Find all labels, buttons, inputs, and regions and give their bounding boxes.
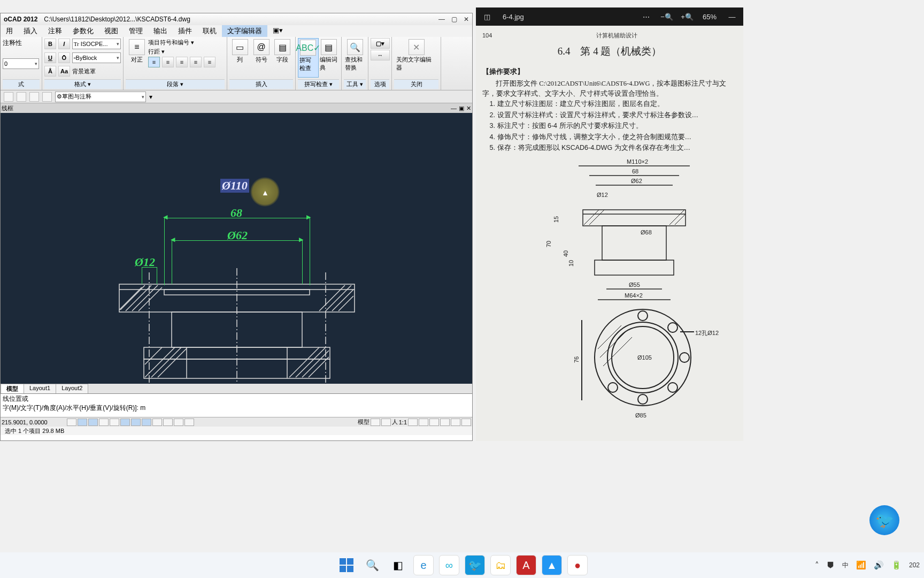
- save-icon[interactable]: [4, 92, 13, 102]
- menu-item[interactable]: 联机: [197, 25, 222, 37]
- menu-item[interactable]: 插件: [173, 25, 197, 37]
- otrack-toggle[interactable]: [120, 419, 130, 426]
- wifi-icon[interactable]: 📶: [856, 560, 866, 570]
- columns-button[interactable]: ▭列: [229, 38, 251, 78]
- status-icon[interactable]: [371, 419, 380, 426]
- qat-overflow[interactable]: ▾: [149, 93, 152, 101]
- qp-toggle[interactable]: [163, 419, 173, 426]
- autocad-icon[interactable]: A: [516, 555, 536, 575]
- menu-text-editor[interactable]: 文字编辑器: [222, 25, 267, 37]
- sc-toggle[interactable]: [174, 419, 183, 426]
- text-edit-box[interactable]: Ø110: [220, 179, 249, 193]
- align-right-button[interactable]: ≡: [176, 57, 188, 67]
- text-height-combo[interactable]: 0: [3, 58, 39, 69]
- status-icon[interactable]: [440, 419, 450, 426]
- menu-item[interactable]: 管理: [124, 25, 148, 37]
- background-mask-button[interactable]: 背景遮罩: [72, 67, 96, 75]
- menu-item[interactable]: 插入: [18, 25, 43, 37]
- lwt-toggle[interactable]: [152, 419, 162, 426]
- record-icon[interactable]: ●: [567, 555, 588, 575]
- start-button[interactable]: [336, 555, 357, 575]
- bullets-button[interactable]: 项目符号和编号 ▾: [148, 39, 194, 47]
- drawing-canvas[interactable]: Ø110 ▲ 68 Ø62 Ø12: [1, 113, 472, 384]
- task-view-button[interactable]: ◧: [388, 555, 408, 575]
- menu-item[interactable]: 视图: [99, 25, 124, 37]
- app-icon[interactable]: ∞: [439, 555, 459, 575]
- print-icon[interactable]: [17, 92, 26, 102]
- status-icon[interactable]: [419, 419, 428, 426]
- zoom-in-icon[interactable]: +🔍: [682, 12, 692, 21]
- osnap-toggle[interactable]: [110, 419, 119, 426]
- color-combo[interactable]: ▫ ByBlock: [72, 52, 121, 63]
- doc-close[interactable]: ✕: [466, 105, 471, 112]
- ortho-toggle[interactable]: [88, 419, 98, 426]
- justify-button[interactable]: ≡对正: [126, 38, 148, 78]
- snap-toggle[interactable]: [67, 419, 76, 426]
- status-icon[interactable]: [429, 419, 439, 426]
- photos-icon[interactable]: ▲: [542, 555, 562, 575]
- doc-minimize[interactable]: —: [451, 105, 457, 112]
- underline-button[interactable]: U: [44, 52, 56, 63]
- xunlei-icon[interactable]: 🐦: [465, 555, 485, 575]
- spellcheck-button[interactable]: ABC✓拼写检查: [298, 38, 319, 78]
- xunlei-widget[interactable]: 🐦: [869, 505, 899, 535]
- italic-button[interactable]: I: [58, 39, 70, 49]
- panel-paragraph-title[interactable]: 段落 ▾: [126, 79, 225, 89]
- zoom-out-icon[interactable]: −🔍: [662, 12, 672, 21]
- grid-toggle[interactable]: [78, 419, 87, 426]
- photo-content[interactable]: 104 计算机辅助设计 6.4 第 4 题（机械类） 【操作要求】 打开图形文件…: [476, 26, 743, 441]
- tab-layout2[interactable]: Layout2: [56, 384, 88, 393]
- search-button[interactable]: 🔍: [362, 555, 382, 575]
- edge-icon[interactable]: e: [413, 555, 434, 575]
- overline-button[interactable]: Ō: [58, 52, 70, 63]
- linespacing-button[interactable]: 行距 ▾: [148, 48, 165, 56]
- align-distribute-button[interactable]: ≡: [204, 57, 215, 67]
- clock[interactable]: 202: [909, 561, 920, 569]
- tab-layout1[interactable]: Layout1: [24, 384, 56, 393]
- status-icon[interactable]: [451, 419, 460, 426]
- ducs-toggle[interactable]: [131, 419, 141, 426]
- tab-model[interactable]: 模型: [1, 384, 24, 393]
- find-replace-button[interactable]: 🔍查找和替换: [344, 38, 366, 78]
- scale-combo[interactable]: 1:1: [399, 419, 407, 425]
- menu-item[interactable]: 注释: [43, 25, 67, 37]
- menu-item[interactable]: 参数化: [67, 25, 99, 37]
- volume-icon[interactable]: 🔊: [874, 560, 884, 570]
- anno-scale[interactable]: 人: [392, 418, 398, 426]
- workspace-combo[interactable]: ⚙ 草图与注释: [55, 92, 146, 102]
- status-icon[interactable]: [461, 419, 471, 426]
- doc-restore[interactable]: ▣: [459, 105, 464, 112]
- polar-toggle[interactable]: [99, 419, 109, 426]
- minimize-button[interactable]: —: [438, 16, 445, 23]
- align-justify-button[interactable]: ≡: [190, 57, 202, 67]
- menu-item[interactable]: 用: [1, 25, 18, 37]
- menu-item[interactable]: 输出: [148, 25, 173, 37]
- ime-indicator[interactable]: 中: [842, 561, 849, 570]
- menu-overflow[interactable]: ▣▾: [267, 25, 288, 37]
- close-button[interactable]: ✕: [464, 16, 469, 23]
- panel-tools-title[interactable]: 工具 ▾: [344, 79, 366, 89]
- redo-icon[interactable]: [42, 92, 52, 102]
- ruler-button[interactable]: ↔: [371, 50, 390, 60]
- font-combo[interactable]: Tr ISOCPE...: [72, 39, 121, 49]
- status-icon[interactable]: [408, 419, 418, 426]
- more-options-button[interactable]: ▢▾: [371, 38, 390, 49]
- command-line[interactable]: 线位置或 字(M)/文字(T)/角度(A)/水平(H)/垂直(V)/旋转(R)]…: [1, 393, 472, 417]
- tray-chevron-icon[interactable]: ˄: [815, 560, 819, 570]
- symbol-button[interactable]: @符号: [251, 38, 272, 78]
- panel-format-title[interactable]: 格式 ▾: [44, 79, 121, 89]
- viewer-minimize[interactable]: —: [727, 12, 737, 21]
- align-center-button[interactable]: ≡: [162, 57, 174, 67]
- align-left-button[interactable]: ≡: [148, 57, 160, 67]
- close-text-editor-button[interactable]: ✕关闭文字编辑器: [395, 38, 438, 78]
- undo-icon[interactable]: [29, 92, 39, 102]
- space-label[interactable]: 模型: [358, 418, 369, 426]
- security-icon[interactable]: ⛊: [827, 561, 835, 570]
- superscript-button[interactable]: Â: [44, 66, 56, 77]
- status-icon[interactable]: [381, 419, 391, 426]
- more-icon[interactable]: ⋯: [642, 12, 651, 21]
- bold-button[interactable]: B: [44, 39, 56, 49]
- case-button[interactable]: Aa: [58, 66, 70, 77]
- battery-icon[interactable]: 🔋: [891, 560, 902, 570]
- explorer-icon[interactable]: 🗂: [490, 555, 511, 575]
